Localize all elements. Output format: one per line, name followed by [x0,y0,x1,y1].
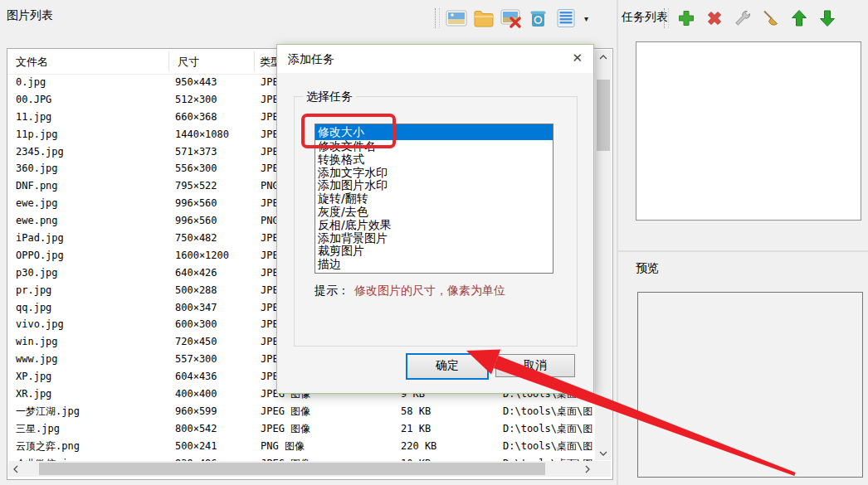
hint-text: 提示：修改图片的尺寸，像素为单位 [315,284,505,298]
cell-name: win.jpg [16,333,58,351]
task-option[interactable]: 转换格式 [315,153,553,167]
cell-kb: 10 KB [401,455,431,461]
cell-size: 960×599 [175,403,217,420]
broom-icon [761,8,781,28]
cell-size: 1600×1200 [175,247,229,264]
list-view-button[interactable] [555,7,577,29]
add-image-button[interactable] [446,7,467,29]
cell-size: 996×560 [175,195,217,212]
cancel-button[interactable]: 取消 [495,354,575,377]
header-separator [254,51,255,71]
scroll-up-icon[interactable] [595,50,612,64]
image-icon [446,8,467,28]
cell-kb: 21 KB [401,420,431,438]
cell-name: iPad.jpg [16,230,64,247]
close-icon[interactable]: ✕ [572,51,583,65]
cell-kb: 220 KB [401,438,436,455]
cell-name: 11p.jpg [16,126,58,143]
cell-path: D:\tools\桌面\图片\三星.jpg [503,420,593,438]
cell-size: 950×443 [175,74,217,91]
dialog-titlebar: 添加任务 ✕ [277,45,593,73]
cell-name: qq.jpg [16,299,51,317]
table-row[interactable]: 企业微信.jpg939×496JPEG 图像10 KBD:\tools\桌面\图… [7,455,593,461]
task-option[interactable]: 添加图片水印 [315,179,553,192]
cell-name: p30.jpg [16,264,58,282]
cell-size: 800×347 [175,299,217,317]
task-option[interactable]: 添加文字水印 [315,167,553,180]
cell-size: 939×496 [175,455,217,461]
cell-size: 795×522 [175,177,217,195]
table-row[interactable]: 一梦江湖.jpg960×599JPEG 图像58 KBD:\tools\桌面\图… [7,403,593,420]
task-option[interactable]: 灰度/去色 [315,206,553,219]
header-filename[interactable]: 文件名 [16,55,48,70]
folder-icon [473,8,495,28]
cell-name: pr.jpg [16,282,51,299]
cell-name: ewe.jpg [16,195,58,212]
delete-task-button[interactable] [704,7,725,29]
task-option[interactable]: 添加背景图片 [315,232,553,245]
cell-path: D:\tools\桌面\图片\云顶之弈.png [503,438,593,455]
add-folder-button[interactable] [473,7,495,29]
cell-size: 750×482 [175,230,217,247]
table-row[interactable]: 云顶之弈.png500×241PNG 图像220 KBD:\tools\桌面\图… [7,438,593,455]
scroll-left-icon[interactable] [8,461,22,477]
toolbar-dropdown-icon[interactable]: ▾ [584,14,588,23]
cell-name: 企业微信.jpg [16,455,80,461]
task-option[interactable]: 裁剪图片 [315,245,553,258]
list-icon [555,8,577,28]
cell-name: 0.jpg [16,74,46,91]
cell-path: D:\tools\桌面\图片\企业微信.jpg [503,455,593,461]
cell-size: 571×373 [175,143,217,161]
cell-name: vivo.jpg [16,316,64,333]
remove-image-button[interactable] [500,7,522,29]
scroll-right-icon[interactable] [580,461,594,477]
red-x-icon [705,8,724,28]
down-arrow-icon [818,8,836,28]
ok-button[interactable]: 确定 [406,353,489,380]
cell-size: 600×300 [175,316,217,333]
cell-name: XP.jpg [16,368,51,386]
cell-name: 三星.jpg [16,420,60,438]
task-settings-button[interactable] [732,7,753,29]
horizontal-scrollbar[interactable] [8,461,594,477]
task-list-box[interactable] [636,41,861,221]
image-list-toolbar: ▾ [435,6,588,31]
vertical-scrollbar[interactable] [595,50,612,460]
cell-kb: 58 KB [401,403,431,420]
task-option[interactable]: 旋转/翻转 [315,192,553,206]
cell-type: JPEG 图像 [261,403,310,420]
cell-size: 996×560 [175,212,217,230]
cell-path: D:\tools\桌面\图片\一梦江湖.jpg [503,403,593,420]
remove-image-icon [500,8,522,28]
vertical-scroll-thumb[interactable] [597,80,610,151]
move-up-button[interactable] [788,7,810,29]
cell-size: 640×426 [175,264,217,282]
cell-name: 一梦江湖.jpg [16,403,80,420]
cell-size: 800×542 [175,420,217,438]
cell-size: 556×300 [175,160,217,177]
clear-tasks-button[interactable] [760,7,782,29]
header-separator [168,51,169,71]
cell-name: ewe.png [16,212,58,230]
scroll-down-icon[interactable] [595,446,612,460]
task-option[interactable]: 描边 [315,258,553,271]
cell-name: 360.jpg [16,160,58,177]
clear-list-button[interactable] [528,7,549,29]
preview-box [637,292,863,478]
cell-name: 00.JPG [16,91,51,109]
add-task-dialog: 添加任务 ✕ 选择任务 修改大小修改文件名转换格式添加文字水印添加图片水印旋转/… [276,44,594,394]
header-size[interactable]: 尺寸 [178,55,199,70]
cell-size: 604×436 [175,368,217,386]
horizontal-scroll-thumb[interactable] [39,463,545,475]
up-arrow-icon [790,8,808,28]
cell-type: JPEG 图像 [261,420,310,438]
preview-title: 预览 [636,261,659,276]
task-option[interactable]: 反相/底片效果 [315,219,553,232]
table-row[interactable]: 三星.jpg800×542JPEG 图像21 KBD:\tools\桌面\图片\… [7,420,593,438]
dialog-title: 添加任务 [288,52,334,67]
cell-name: OPPO.jpg [16,247,64,264]
toolbar-grip [435,8,440,28]
cell-size: 400×400 [175,386,217,403]
move-down-button[interactable] [817,7,838,29]
add-task-button[interactable] [675,7,697,29]
